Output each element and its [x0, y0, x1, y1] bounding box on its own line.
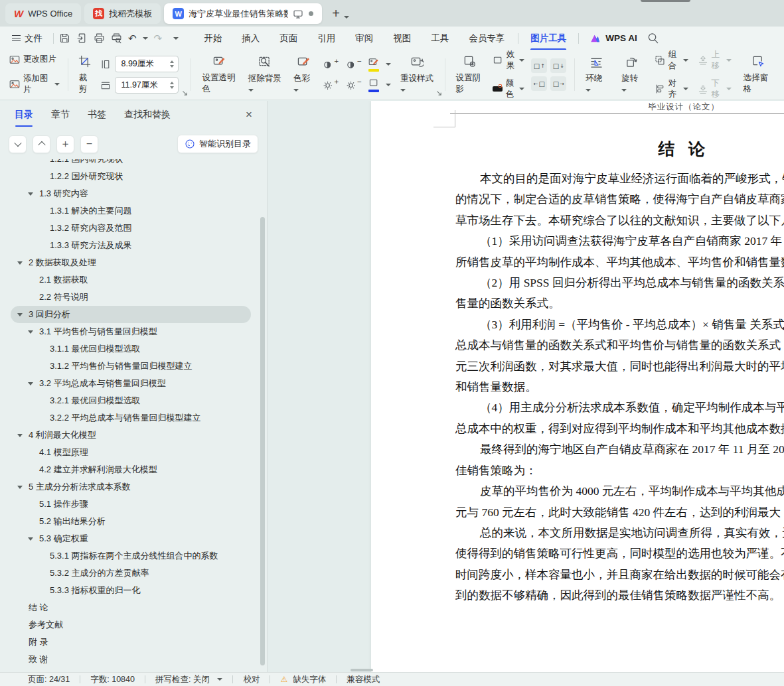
toc-item[interactable]: 2.2 符号说明 [11, 289, 251, 306]
align-button[interactable]: 对齐 [655, 78, 688, 100]
toc-item[interactable]: 3.2.2 平均总成本与销售量回归模型建立 [11, 409, 251, 427]
horizontal-scrollbar[interactable] [351, 669, 373, 671]
spellcheck-status[interactable]: 拼写检查: 关闭 [155, 674, 222, 685]
sidebar-tab-chapters[interactable]: 章节 [51, 109, 70, 121]
toc-item[interactable]: 1.2.2 国外研究现状 [11, 168, 251, 185]
contrast-decrease-button[interactable]: − [346, 59, 362, 70]
shadow-nudge-right-button[interactable]: □→ [550, 76, 566, 91]
toc-item[interactable]: 3 回归分析 [11, 306, 251, 323]
set-transparent-color-button[interactable]: 设置透明色 [199, 54, 238, 96]
sidebar-tab-find-replace[interactable]: 查找和替换 [124, 109, 171, 121]
search-icon[interactable] [647, 32, 659, 44]
toc-item[interactable]: 3.1.2 平均售价与销售量回归模型建立 [11, 358, 251, 375]
collapse-arrow-icon[interactable] [28, 382, 39, 385]
toc-item[interactable]: 1.3.2 研究内容及范围 [11, 220, 251, 237]
brightness-decrease-button[interactable]: − [346, 80, 362, 90]
collapse-arrow-icon[interactable] [17, 486, 29, 489]
menu-item[interactable]: 会员专享 [469, 33, 505, 44]
toc-item[interactable]: 1.3.3 研究方法及成果 [11, 237, 251, 254]
toc-prev-button[interactable] [33, 135, 50, 153]
wps-ai-button[interactable]: WPS AI [589, 33, 637, 43]
missing-fonts-warning[interactable]: ⚠缺失字体 [280, 674, 326, 685]
menu-item[interactable]: 页面 [279, 33, 297, 44]
toc-item[interactable]: 2 数据获取及处理 [11, 254, 251, 271]
save-icon[interactable] [59, 33, 70, 44]
picture-dialog-launcher-icon[interactable] [436, 90, 442, 96]
toc-item[interactable]: 3.2.1 最优回归模型选取 [11, 392, 251, 409]
crop-button[interactable]: 裁剪 [76, 54, 94, 96]
add-picture-button[interactable]: 添加图片 [9, 73, 60, 96]
tab-current-document[interactable]: W 海宁皮草业最佳销售策略数学模 [164, 3, 322, 24]
export-icon[interactable] [76, 33, 88, 44]
fill-color-dropdown-icon[interactable] [386, 63, 391, 66]
change-picture-button[interactable]: 更改图片 [9, 54, 60, 65]
compat-mode-indicator[interactable]: 兼容模式 [347, 674, 380, 685]
toc-item[interactable]: 5.2 输出结果分析 [11, 513, 251, 530]
tab-picture-tools[interactable]: 图片工具 [529, 33, 568, 44]
collapse-arrow-icon[interactable] [28, 330, 39, 334]
toc-item[interactable]: 5.1 操作步骤 [11, 496, 251, 513]
undo-icon[interactable]: ↶ [128, 33, 137, 44]
height-stepper[interactable] [170, 60, 178, 68]
collapse-arrow-icon[interactable] [17, 434, 29, 437]
toc-item[interactable]: 1.2.1 国内研究现状 [11, 159, 251, 168]
selection-pane-button[interactable]: 选择窗格 [741, 54, 775, 96]
tab-docer-templates[interactable]: 找 找稻壳模板 [84, 3, 161, 24]
tab-wps-office[interactable]: W WPS Office [5, 3, 81, 24]
collapse-arrow-icon[interactable] [17, 261, 29, 265]
toc-item[interactable]: 3.2 平均总成本与销售量回归模型 [11, 375, 251, 392]
undo-dropdown-icon[interactable] [143, 37, 148, 40]
proofread-button[interactable]: 校对 [243, 674, 260, 685]
toc-item[interactable]: 3.1 平均售价与销售量回归模型 [11, 323, 251, 340]
toc-item[interactable]: 参考文献 [11, 616, 251, 634]
toc-item[interactable]: 4 利润最大化模型 [11, 427, 251, 444]
sidebar-scrollbar[interactable] [260, 217, 265, 665]
menu-item[interactable]: 视图 [393, 33, 411, 44]
shadow-effect-button[interactable]: 效果 [493, 49, 525, 72]
set-shadow-button[interactable]: 设置阴影 [453, 54, 485, 96]
toc-item[interactable]: 4.2 建立并求解利润最大化模型 [11, 461, 251, 478]
menu-item[interactable]: 插入 [242, 33, 260, 44]
height-input[interactable] [116, 60, 159, 69]
picture-border-color-button[interactable] [368, 78, 379, 92]
customize-toolbar-icon[interactable] [173, 37, 179, 40]
page-indicator[interactable]: 页面: 24/31 [28, 674, 70, 685]
menu-item[interactable]: 审阅 [355, 33, 373, 44]
shadow-nudge-left-button[interactable]: ←□ [531, 76, 547, 91]
text-wrap-button[interactable]: 环绕 [583, 54, 609, 95]
toc-item[interactable]: 3.1.1 最优回归模型选取 [11, 340, 251, 358]
smart-toc-button[interactable]: 智能识别目录 [177, 135, 258, 153]
menu-item[interactable]: 开始 [204, 33, 222, 44]
width-input[interactable] [116, 81, 159, 90]
border-color-dropdown-icon[interactable] [386, 84, 391, 86]
collapse-arrow-icon[interactable] [28, 537, 39, 541]
toc-item[interactable]: 5.3.3 指标权重的归一化 [11, 582, 251, 599]
toc-item[interactable]: 2.1 数据获取 [11, 271, 251, 289]
close-icon[interactable]: × [246, 108, 252, 121]
toc-item[interactable]: 4.1 模型原理 [11, 444, 251, 461]
brightness-increase-button[interactable]: + [323, 80, 339, 90]
toc-item[interactable]: 5 主成分分析法求成本系数 [11, 478, 251, 496]
group-button[interactable]: 组合 [655, 49, 688, 72]
toc-item[interactable]: 5.3.2 主成分的方差贡献率 [11, 565, 251, 582]
toc-item[interactable]: 5.3 确定权重 [11, 530, 251, 547]
width-field[interactable] [115, 77, 179, 94]
toc-item[interactable]: 致 谢 [11, 651, 251, 668]
collapse-arrow-icon[interactable] [17, 313, 29, 316]
width-stepper[interactable] [170, 82, 178, 89]
new-tab-button[interactable]: + [332, 6, 340, 21]
toc-item[interactable]: 1.3.1 解决的主要问题 [11, 202, 251, 220]
shadow-color-button[interactable]: 颜色 [493, 78, 525, 100]
file-menu-button[interactable]: 文件 [7, 33, 48, 44]
print-preview-icon[interactable] [111, 33, 122, 44]
print-icon[interactable] [94, 33, 105, 44]
toc-next-button[interactable] [9, 135, 27, 153]
sidebar-tab-toc[interactable]: 目录 [15, 109, 33, 121]
menu-item[interactable]: 工具 [431, 33, 449, 44]
tab-list-dropdown-icon[interactable] [344, 16, 349, 19]
document-page[interactable]: 毕业设计（论文） 结 论 本文的目的是面对海宁皮草业经济运行面临着的严峻形式，销… [371, 101, 784, 672]
rotate-button[interactable]: 旋转 [619, 54, 645, 95]
sidebar-tab-bookmarks[interactable]: 书签 [88, 109, 106, 121]
reset-style-button[interactable]: 重设样式 [398, 54, 436, 95]
toc-item[interactable]: 1.3 研究内容 [11, 185, 251, 202]
